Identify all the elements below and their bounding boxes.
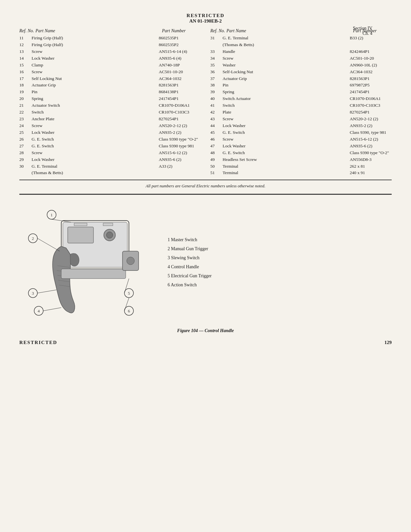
part-name: Actuator Grip: [32, 82, 159, 89]
part-number: AC364-1032: [159, 75, 201, 82]
part-number: AN556D8-3: [350, 156, 392, 163]
part-number: AN935-2 (2): [350, 123, 392, 129]
part-name: G. E. Switch: [223, 129, 350, 136]
table-row: 40 Switch Actuator CR1070-D106A1: [210, 95, 392, 102]
ref-no: 43: [210, 116, 223, 123]
part-number: CR1070-C103C3: [350, 102, 392, 109]
table-row: 47 Lock Washer AN935-6 (2): [210, 143, 392, 150]
svg-point-27: [127, 257, 134, 265]
table-row: 23 Anchor Plate 8270254P1: [19, 116, 201, 123]
part-name: Screw: [32, 150, 159, 156]
part-name: Terminal: [223, 170, 350, 176]
ref-no: 35: [210, 62, 223, 69]
ref-no: 17: [19, 75, 32, 82]
table-row: 11 Firing Grip (Half) 8602535P1: [19, 35, 201, 42]
ref-no: 34: [210, 55, 223, 62]
part-name: Spring: [32, 95, 159, 102]
part-number: AN935-2 (2): [159, 129, 201, 136]
svg-text:6: 6: [128, 309, 130, 313]
table-row: 45 G. E. Switch Class 9390, type 981: [210, 129, 392, 136]
part-name: Switch: [223, 102, 350, 109]
ref-no: 41: [210, 102, 223, 109]
part-name: Anchor Plate: [32, 116, 159, 123]
table-row: 15 Clamp AN740-18P: [19, 62, 201, 69]
part-number: AN935-6 (2): [159, 156, 201, 163]
table-row: 27 G. E. Switch Class 9390 type 981: [19, 143, 201, 150]
ref-no: 47: [210, 143, 223, 150]
sub-line: (Thomas & Betts): [19, 170, 201, 176]
part-number: Class 9390, type 981: [350, 129, 392, 136]
svg-point-17: [106, 232, 113, 238]
left-table-header: Ref. No. Part Name Part Number: [19, 28, 201, 34]
right-header-ref: Ref. No.: [210, 28, 227, 34]
left-parts-table: 11 Firing Grip (Half) 8602535P1 12 Firin…: [19, 35, 201, 176]
part-number: 2417454P1: [350, 89, 392, 95]
part-name: Switch Actuator: [223, 95, 350, 102]
part-name: Terminal: [223, 163, 350, 170]
table-row: 37 Actuator Grip 8281563P1: [210, 75, 392, 82]
part-name: Screw: [32, 48, 159, 55]
table-row: 18 Actuator Grip 8281563P1: [19, 82, 201, 89]
ref-no: 21: [19, 102, 32, 109]
table-row: 28 Screw AN515-6-12 (2): [19, 150, 201, 156]
ref-no: 28: [19, 150, 32, 156]
part-name: G. E. Switch: [32, 136, 159, 143]
right-column: Ref. No. Part Name Part Number 31 G. E. …: [210, 28, 392, 176]
part-number: 8281563P1: [159, 82, 201, 89]
part-number: 6979872P5: [350, 82, 392, 89]
ref-no: 29: [19, 156, 32, 163]
table-row: 46 Screw AN515-6-12 (2): [210, 136, 392, 143]
part-number: CR1070-D106A1: [159, 102, 201, 109]
part-name: Clamp: [32, 62, 159, 69]
table-row: 44 Lock Washer AN935-2 (2): [210, 123, 392, 129]
right-parts-table: 31 G. E. Terminal B33 (2) (Thomas & Bett…: [210, 35, 392, 176]
ref-no: 45: [210, 129, 223, 136]
part-name: Handle: [223, 48, 350, 55]
part-number: AN935-6 (4): [159, 55, 201, 62]
ref-no: 38: [210, 82, 223, 89]
page-header: RESTRICTED AN 01-190EB-2: [19, 13, 392, 24]
part-name: Lock Washer: [32, 156, 159, 163]
table-row: 35 Washer AN960-10L (2): [210, 62, 392, 69]
table-row: 42 Plate 8270254P1: [210, 109, 392, 116]
svg-rect-18: [74, 223, 87, 226]
svg-rect-25: [61, 269, 126, 279]
part-name: Spring: [223, 89, 350, 95]
ref-no: 23: [19, 116, 32, 123]
ref-no: 42: [210, 109, 223, 116]
chapter-label: Ch. 4: [353, 31, 372, 36]
ref-no: 24: [19, 123, 32, 129]
ref-no: 44: [210, 123, 223, 129]
part-number: Class 9390 type "O-2": [159, 136, 201, 143]
ref-no: 39: [210, 89, 223, 95]
part-number: CR1070-C103C3: [159, 109, 201, 116]
ref-no: 25: [19, 129, 32, 136]
table-row: 33 Handle 8242464P1: [210, 48, 392, 55]
svg-rect-19: [103, 223, 113, 226]
part-number: 8684138P1: [159, 89, 201, 95]
table-row: 25 Lock Washer AN935-2 (2): [19, 129, 201, 136]
part-number: AC364-1032: [350, 69, 392, 75]
part-number: AC501-10-20: [350, 55, 392, 62]
header-doc: AN 01-190EB-2: [19, 18, 392, 24]
part-name: Actuator Switch: [32, 102, 159, 109]
ref-no: 12: [19, 42, 32, 48]
ref-no: 15: [19, 62, 32, 69]
table-row: 21 Actuator Switch CR1070-D106A1: [19, 102, 201, 109]
part-name: Lock Washer: [223, 123, 350, 129]
ref-no: 27: [19, 143, 32, 150]
part-number: AN520-2-12 (2): [350, 116, 392, 123]
table-row: 19 Pin 8684138P1: [19, 89, 201, 95]
table-row: 38 Pin 6979872P5: [210, 82, 392, 89]
header-restricted: RESTRICTED: [19, 13, 392, 18]
part-number: 8270254P1: [350, 109, 392, 116]
table-row: 39 Spring 2417454P1: [210, 89, 392, 95]
part-name: G. E. Terminal: [32, 163, 159, 170]
table-row: 50 Terminal 262 x 81: [210, 163, 392, 170]
part-name: Screw: [223, 55, 350, 62]
svg-text:1: 1: [51, 212, 53, 217]
figure-svg: 1 2 3 4 5 6: [19, 201, 155, 324]
part-name: Lock Washer: [32, 55, 159, 62]
part-name: Pin: [32, 89, 159, 95]
figure-legend: 1 Master Switch2 Manual Gun Trigger3 Sle…: [168, 235, 392, 290]
